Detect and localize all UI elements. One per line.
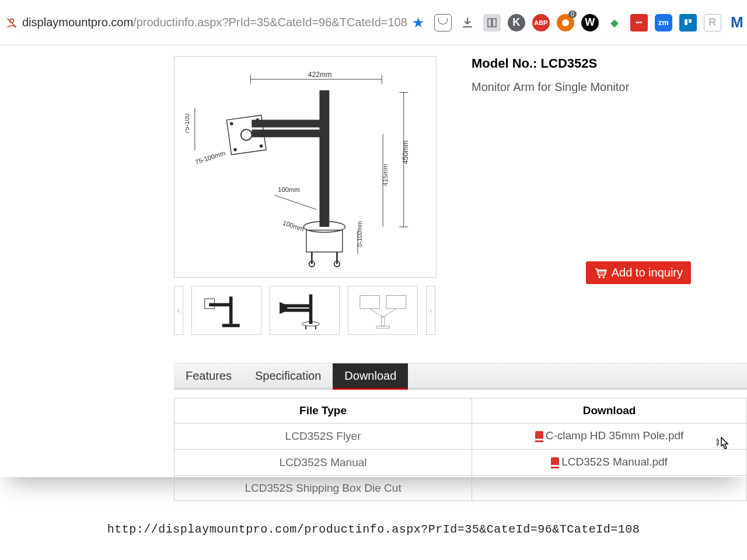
download-cell-empty <box>472 476 747 501</box>
model-number: Model No.: LCD352S <box>472 56 724 71</box>
product-main-image[interactable]: 422mm <box>174 56 437 278</box>
pdf-icon <box>535 431 543 440</box>
extension-badge-icon[interactable] <box>557 14 574 32</box>
svg-rect-44 <box>386 296 406 309</box>
tab-download[interactable]: Download <box>333 363 408 390</box>
svg-point-4 <box>562 19 569 26</box>
extension-leaf-icon[interactable]: ◆ <box>606 14 623 32</box>
extension-icons: K ABP W ◆ ••• zm R M <box>434 14 746 32</box>
svg-rect-43 <box>360 296 380 309</box>
caption-url: http://displaymountpro.com/productinfo.a… <box>0 523 747 536</box>
add-to-inquiry-button[interactable]: Add to inquiry <box>586 261 691 284</box>
dim-clamp-height: 0-100mm <box>357 221 363 246</box>
tab-features[interactable]: Features <box>174 363 243 388</box>
dim-working-height: 415mm <box>382 164 389 186</box>
adblock-icon[interactable]: ABP <box>532 14 550 32</box>
tab-specification[interactable]: Specification <box>243 363 333 388</box>
svg-line-45 <box>370 309 383 317</box>
table-row: LCD352S Shipping Box Die Cut <box>174 476 747 501</box>
download-link[interactable]: C-clamp HD 35mm Pole.pdf <box>535 429 684 442</box>
pdf-icon <box>551 457 559 467</box>
svg-point-21 <box>230 122 233 125</box>
filetype-cell: LCD352S Flyer <box>174 424 472 450</box>
dim-vesa-v: 75-100 <box>185 114 190 134</box>
svg-point-20 <box>240 129 252 141</box>
thumbnail-row: ‹ › <box>174 286 437 335</box>
svg-rect-6 <box>689 19 692 23</box>
svg-rect-33 <box>209 303 231 307</box>
table-row: LCD352S Flyer C-clamp HD 35mm Pole.pdf <box>174 424 747 450</box>
thumbnail-2[interactable] <box>270 286 340 335</box>
thumbnail-1[interactable] <box>191 286 261 335</box>
col-header-filetype: File Type <box>174 398 472 424</box>
download-link[interactable]: LCD352S Manual.pdf <box>551 456 668 468</box>
svg-rect-18 <box>252 130 323 137</box>
svg-rect-48 <box>376 326 389 328</box>
lastpass-icon[interactable]: ••• <box>630 14 648 32</box>
malwarebytes-icon[interactable]: M <box>728 14 746 32</box>
dim-pole-height: 450mm <box>402 141 410 164</box>
pocket-icon[interactable] <box>434 14 452 32</box>
svg-marker-39 <box>280 302 287 314</box>
svg-rect-37 <box>285 304 310 308</box>
browser-toolbar: displaymountpro.com/productinfo.aspx?PrI… <box>0 0 747 46</box>
extension-w-icon[interactable]: W <box>581 14 599 32</box>
dim-base-depth: 100mm <box>282 219 305 233</box>
svg-rect-47 <box>381 316 385 326</box>
product-description: Monitor Arm for Single Monitor <box>472 80 724 94</box>
trello-icon[interactable] <box>679 14 697 32</box>
thumb-next-button[interactable]: › <box>426 286 435 335</box>
svg-point-50 <box>602 276 605 278</box>
svg-rect-5 <box>685 19 687 25</box>
url-path: /productinfo.aspx?PrId=35&CateId=96&TCat… <box>133 16 407 29</box>
table-row: LCD352S Manual LCD352S Manual.pdf <box>174 450 747 476</box>
col-header-download: Download <box>472 398 747 424</box>
svg-rect-3 <box>493 19 496 27</box>
svg-rect-10 <box>319 90 329 227</box>
filetype-cell: LCD352S Manual <box>174 450 472 476</box>
add-to-inquiry-label: Add to inquiry <box>612 266 683 279</box>
site-identity-icon[interactable] <box>6 16 18 29</box>
svg-rect-38 <box>285 309 310 312</box>
address-bar[interactable]: displaymountpro.com/productinfo.aspx?PrI… <box>22 16 407 29</box>
svg-point-24 <box>259 144 263 148</box>
svg-point-23 <box>233 148 237 152</box>
tab-bar: Features Specification Download <box>174 363 747 390</box>
svg-rect-12 <box>306 230 343 252</box>
extension-r-icon[interactable]: R <box>704 14 721 32</box>
zoom-extension-icon[interactable]: zm <box>655 14 672 32</box>
svg-rect-2 <box>488 19 491 27</box>
download-table: File Type Download LCD352S Flyer C-clamp… <box>174 398 747 501</box>
svg-rect-35 <box>222 324 239 327</box>
thumb-prev-button[interactable]: ‹ <box>174 286 183 335</box>
reader-view-icon[interactable] <box>483 14 501 32</box>
cart-icon <box>594 268 607 278</box>
svg-line-31 <box>275 195 316 209</box>
filetype-cell: LCD352S Shipping Box Die Cut <box>174 476 472 501</box>
bookmark-star-icon[interactable]: ★ <box>412 15 425 31</box>
svg-rect-32 <box>229 297 233 324</box>
page-content: 422mm <box>0 46 747 477</box>
extension-k-icon[interactable]: K <box>508 14 525 32</box>
download-icon[interactable] <box>459 14 476 32</box>
dim-vesa-h: 75-100mm <box>194 149 226 166</box>
dim-arm-offset: 100mm <box>278 186 299 193</box>
thumbnail-3[interactable] <box>348 286 418 335</box>
dim-top-width: 422mm <box>308 71 332 79</box>
url-host: displaymountpro.com <box>22 16 133 29</box>
svg-line-46 <box>383 309 396 317</box>
svg-point-49 <box>598 276 601 278</box>
